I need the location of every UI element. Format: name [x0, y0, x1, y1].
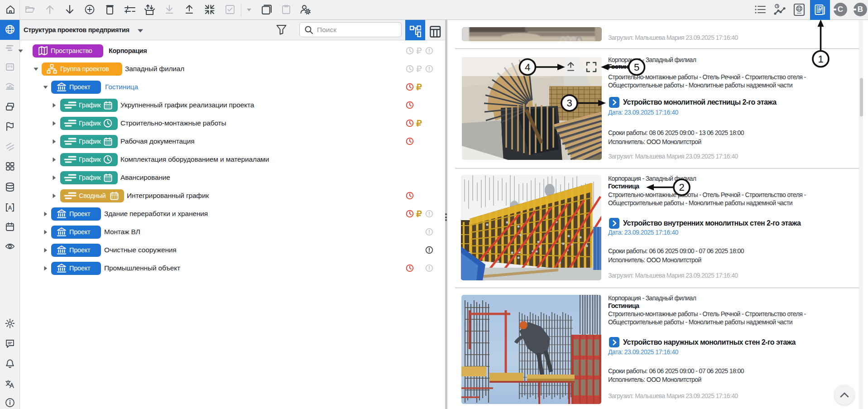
svg-text:4: 4	[525, 62, 530, 73]
svg-text:2: 2	[679, 182, 684, 193]
svg-text:1: 1	[818, 53, 823, 65]
svg-text:5: 5	[634, 62, 639, 73]
svg-text:3: 3	[566, 97, 572, 109]
